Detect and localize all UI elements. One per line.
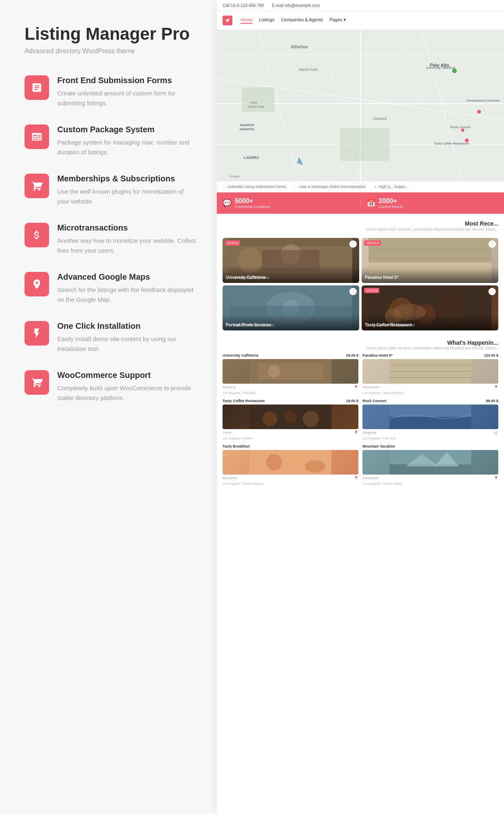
svg-marker-70 bbox=[389, 417, 471, 429]
coffee-title: Tasty Coffee Restaurant bbox=[365, 323, 495, 327]
counter-events: 📅 2000+ Current Events bbox=[367, 197, 499, 209]
event-hotel-location: Los Angeles / Santa Monica bbox=[362, 391, 498, 395]
counter-comments-num: 5000+ bbox=[235, 197, 270, 205]
hotel-title: Paradise Hotel 5* bbox=[365, 275, 495, 280]
google-maps-title: Advanced Google Maps bbox=[57, 272, 196, 282]
feature-memberships: Memberships & Subscriptions Use the well… bbox=[25, 174, 196, 206]
hotel-price-badge: 125.00 $ bbox=[364, 240, 381, 246]
main-title: Listing Manager Pro bbox=[25, 25, 196, 43]
event-cafe-price: 29.00 $ bbox=[346, 353, 358, 357]
event-item-breakfast[interactable]: Tasty Breakfast Education 📍 Los Angeles … bbox=[223, 444, 358, 486]
event-cafe-category: Business bbox=[223, 385, 236, 389]
browser-mockup: Call Us 0-123-456-789 E-mail info@exampl… bbox=[217, 0, 504, 486]
svg-text:Menlo Park: Menlo Park bbox=[248, 105, 265, 109]
event-coffee-category: Travel bbox=[223, 431, 232, 435]
event-item-concert[interactable]: Rock Concert 89.00 $ Shopping 🛒 Los Ange… bbox=[362, 399, 498, 440]
event-hotel-thumb bbox=[362, 359, 498, 384]
stat-docs: ☐ User & Developer Online Documentation bbox=[294, 185, 366, 189]
google-maps-desc: Search for the listings with the feedbac… bbox=[57, 285, 196, 305]
woocommerce-desc: Completely build upon WooCommerce to pro… bbox=[57, 383, 196, 403]
event-breakfast-name: Tasty Breakfast bbox=[223, 444, 250, 448]
nav-home[interactable]: Home bbox=[241, 17, 252, 24]
coffee-heart[interactable]: ♡ bbox=[488, 288, 496, 295]
memberships-icon bbox=[25, 174, 49, 198]
stats-bar: ☐ Unlimited Listing Submission Forms ☐ U… bbox=[217, 181, 504, 192]
svg-text:Development Services: Development Services bbox=[467, 99, 500, 102]
map-area: Atherton Menlo Park West Menlo Park SHAR… bbox=[217, 30, 504, 181]
nav-companies[interactable]: Companies & Agents bbox=[281, 17, 323, 24]
nav-listings[interactable]: Listings bbox=[259, 17, 274, 24]
svg-point-74 bbox=[305, 460, 325, 473]
event-cafe-meta: Business 📍 bbox=[223, 385, 358, 389]
svg-point-73 bbox=[292, 454, 305, 466]
svg-point-66 bbox=[284, 411, 297, 423]
microtransactions-desc: Another way how to monetize your website… bbox=[57, 236, 196, 256]
event-hotel-category: Real Estate bbox=[362, 385, 379, 389]
event-concert-category: Shopping bbox=[362, 431, 376, 435]
coffee-overlay: Tasty Coffee Restaurant bbox=[362, 314, 498, 330]
feature-microtransactions: Microtransactions Another way how to mon… bbox=[25, 223, 196, 256]
event-mountain-location: Los Angeles / Silicon Valley bbox=[362, 482, 498, 486]
event-concert-name: Rock Concert bbox=[362, 399, 387, 403]
svg-text:Stanford: Stanford bbox=[373, 117, 387, 121]
event-concert-meta: Shopping 🛒 bbox=[362, 431, 498, 435]
stat-support: ◉ High Q... Suppo... bbox=[374, 185, 408, 189]
most-recent-desc: Lorem ipsum dolor sit amet, consectetur … bbox=[223, 227, 498, 232]
google-maps-icon bbox=[25, 272, 49, 296]
counter-bar: 💬 5000+ Comments Answered 📅 2000+ Curren… bbox=[217, 192, 504, 214]
browser-top-bar: Call Us 0-123-456-789 E-mail info@exampl… bbox=[217, 0, 504, 11]
event-breakfast-location: Los Angeles / Santa Monica bbox=[223, 482, 358, 486]
call-info: Call Us 0-123-456-789 bbox=[223, 3, 264, 8]
google-maps-text: Advanced Google Maps Search for the list… bbox=[57, 272, 196, 305]
event-item-cafe[interactable]: University Caffeteria 29.00 $ Business 📍… bbox=[223, 353, 358, 395]
feature-woocommerce: WooCommerce Support Completely build upo… bbox=[25, 370, 196, 403]
front-end-forms-title: Front End Submission Forms bbox=[57, 75, 196, 85]
listing-card-coffee[interactable]: Tasty Coffee Restaurant 19.00 $ ♡ Tasty … bbox=[362, 285, 498, 330]
event-item-coffee[interactable]: Tasty Coffee Restaurant 19.00 $ Travel 📍… bbox=[223, 399, 358, 440]
event-coffee-meta: Travel 📍 bbox=[223, 431, 358, 435]
event-cafe-thumb bbox=[223, 359, 358, 384]
cafe-heart[interactable]: ♡ bbox=[349, 240, 357, 248]
svg-point-67 bbox=[303, 411, 319, 427]
event-mountain-meta: Automotive 📍 bbox=[362, 476, 498, 480]
feature-google-maps: Advanced Google Maps Search for the list… bbox=[25, 272, 196, 305]
svg-point-65 bbox=[263, 412, 277, 426]
listing-card-hotel[interactable]: 125.00 $ ♡ Paradise Hotel 5* bbox=[362, 238, 498, 283]
listing-card-cafe[interactable]: University Caffeteria 99.00 $ ♡ Universi… bbox=[223, 238, 359, 283]
svg-rect-11 bbox=[340, 128, 389, 161]
svg-point-25 bbox=[477, 109, 482, 114]
event-breakfast-thumb bbox=[223, 450, 358, 475]
cafe-price-badge: 99.00 $ bbox=[225, 240, 240, 246]
one-click-title: One Click Installation bbox=[57, 321, 196, 331]
browser-nav: Home Listings Companies & Agents Pages ▾ bbox=[217, 11, 504, 30]
svg-text:Menlo Park: Menlo Park bbox=[299, 68, 318, 72]
nav-pages[interactable]: Pages ▾ bbox=[329, 17, 346, 24]
custom-package-desc: Package system for managing max. number … bbox=[57, 138, 196, 157]
event-item-hotel[interactable]: Paradise Hotel 5* 123.00 $ Real Estate 📍… bbox=[362, 353, 498, 395]
photo-heart[interactable]: ♡ bbox=[349, 288, 357, 295]
whats-happening-title: What's Happenin... bbox=[223, 339, 498, 346]
event-cafe-location: Los Angeles / Palo Alto bbox=[223, 391, 358, 395]
feature-front-end-forms: Front End Submission Forms Create unlimi… bbox=[25, 75, 196, 108]
event-breakfast-meta: Education 📍 bbox=[223, 476, 358, 480]
memberships-title: Memberships & Subscriptions bbox=[57, 174, 196, 183]
one-click-icon bbox=[25, 321, 49, 346]
one-click-text: One Click Installation Easily install de… bbox=[57, 321, 196, 354]
memberships-text: Memberships & Subscriptions Use the well… bbox=[57, 174, 196, 206]
email-info: E-mail info@example.com bbox=[272, 3, 320, 8]
hotel-heart[interactable]: ♡ bbox=[488, 240, 496, 248]
counter-comments: 💬 5000+ Comments Answered bbox=[223, 197, 361, 209]
event-concert-thumb bbox=[362, 405, 498, 429]
feature-one-click: One Click Installation Easily install de… bbox=[25, 321, 196, 354]
event-concert-price: 89.00 $ bbox=[486, 399, 498, 403]
event-mountain-thumb bbox=[362, 450, 498, 475]
event-item-mountain[interactable]: Mountain Vacation Automotive 📍 Los Angel… bbox=[362, 444, 498, 486]
front-end-forms-icon bbox=[25, 75, 49, 100]
whats-happening-header: What's Happenin... Lorem ipsum dolor sit… bbox=[217, 333, 504, 353]
listing-card-photo[interactable]: Portrait Photo Services ♡ Portrait Photo… bbox=[223, 285, 359, 330]
svg-text:SHARON: SHARON bbox=[240, 123, 254, 127]
svg-text:West: West bbox=[250, 101, 258, 104]
svg-text:Rock Concert: Rock Concert bbox=[450, 125, 470, 129]
event-hotel-price: 123.00 $ bbox=[484, 353, 498, 357]
svg-point-59 bbox=[268, 365, 280, 378]
